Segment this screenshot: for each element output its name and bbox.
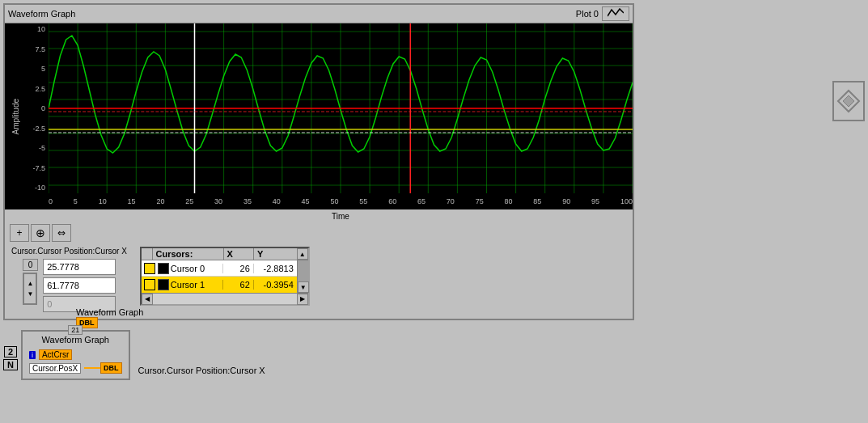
graph-title: Waveform Graph: [8, 9, 75, 19]
cursor-pos-label-bottom: Cursor.Cursor Position:Cursor X: [138, 366, 265, 375]
block-diagram: 2 N 21 Waveform Graph i ActCrsr Cursor.P…: [3, 330, 265, 380]
x-axis-ticks: 0 5 10 15 20 25 30 35 40 45 50 55 60 65 …: [49, 195, 633, 208]
port-actcrsr-label: ActCrsr: [39, 349, 72, 360]
cursor-knob-area: 0 ▲ ▼: [23, 259, 39, 305]
ytick-n2.5: -2.5: [32, 125, 45, 133]
num-badge-area: 2 N: [3, 346, 18, 370]
cursor-row-1[interactable]: Cursor 1 62 -0.3954: [142, 277, 297, 293]
port-i-badge: i: [29, 351, 36, 359]
cursors-rows: Cursor 0 26 -2.8813 Cursor 1 62 -0.3954: [142, 260, 297, 293]
ytick-n5: -5: [39, 144, 45, 152]
col-header-cursors: Cursors:: [153, 248, 224, 260]
num-2-badge: 2: [4, 346, 17, 357]
cursor-1-color-box2: [158, 279, 169, 290]
cursor-value-boxes: [43, 259, 116, 312]
knob-control[interactable]: ▲ ▼: [23, 273, 37, 305]
y-axis-label: Amplitude: [11, 99, 20, 134]
port-cursorposx-label: Cursor.PosX: [29, 363, 81, 374]
cursors-table: Cursors: X Y ▲ Cursor 0 26 -2.8813: [140, 247, 310, 306]
knob-down-arrow: ▼: [27, 290, 33, 298]
cursor-0-color-box: [144, 263, 155, 274]
main-panel: Waveform Graph Plot 0 Amplitude 10 7.5 5…: [3, 3, 634, 320]
right-panel: [832, 81, 865, 121]
ytick-0: 0: [41, 104, 45, 112]
port-cursorposx-row: Cursor.PosX DBL: [29, 362, 122, 374]
hscroll-left-arrow[interactable]: ◀: [142, 294, 153, 305]
cursors-vscroll: ▼: [297, 260, 308, 293]
cursor-0-x: 26: [222, 264, 253, 273]
svg-marker-39: [843, 95, 854, 107]
hscroll-right-arrow[interactable]: ▶: [297, 294, 308, 305]
ytick-10: 10: [37, 25, 45, 33]
cursor-value-2[interactable]: [43, 277, 116, 294]
ytick-5: 5: [41, 65, 45, 73]
header-scroll-space: [142, 248, 153, 260]
cursor-position-label: Cursor.Cursor Position:Cursor X: [11, 247, 127, 256]
ytick-n7.5: -7.5: [32, 164, 45, 172]
col-header-x: X: [224, 248, 254, 260]
ytick-2.5: 2.5: [35, 85, 45, 93]
plot-button[interactable]: [602, 6, 629, 21]
scroll-down-arrow[interactable]: ▼: [298, 281, 309, 293]
ytick-7.5: 7.5: [35, 45, 45, 53]
toolbar: + ⊕ ⇔: [5, 219, 633, 243]
knob-up-arrow: ▲: [27, 280, 33, 287]
graph-titlebar: Waveform Graph Plot 0: [5, 5, 633, 23]
cursor-row-0[interactable]: Cursor 0 26 -2.8813: [142, 260, 297, 277]
cursor-0-y: -2.8813: [253, 264, 297, 273]
zoom-in-button[interactable]: +: [10, 224, 29, 242]
bottom-section: Waveform Graph DBL 2 N 21 Waveform Graph…: [3, 307, 265, 380]
cursor-1-color-box: [144, 279, 155, 290]
plot-label-text: Plot 0: [576, 9, 599, 19]
wire-line: [84, 367, 100, 369]
header-vscroll-space: ▲: [297, 248, 308, 260]
col-header-y: Y: [254, 248, 297, 260]
port-i-row: i ActCrsr: [29, 349, 122, 360]
cursor-pos-label-text: Cursor.Cursor Position:Cursor X: [138, 366, 265, 375]
scroll-thumb[interactable]: [298, 260, 308, 281]
cursor-0-color-box2: [158, 263, 169, 274]
num-n-badge: N: [3, 359, 18, 370]
cursor-1-x: 62: [222, 280, 253, 290]
zoom-button[interactable]: ⊕: [31, 224, 50, 242]
wf-label-box: Waveform Graph DBL: [76, 307, 265, 328]
wf-main-block: 21 Waveform Graph i ActCrsr Cursor.PosX …: [21, 330, 130, 380]
knob-value[interactable]: 0: [23, 259, 39, 271]
cursor-position-section: Cursor.Cursor Position:Cursor X 0 ▲ ▼: [11, 247, 127, 312]
cursors-hscroll: ◀ ▶: [142, 293, 308, 304]
graph-canvas[interactable]: [49, 23, 633, 193]
block-title: Waveform Graph: [29, 335, 122, 345]
ytick-n10: -10: [35, 184, 45, 192]
block-num-badge: 21: [68, 325, 83, 335]
cursor-value-1[interactable]: [43, 259, 116, 275]
cursors-rows-area: Cursor 0 26 -2.8813 Cursor 1 62 -0.3954: [142, 260, 308, 293]
block-ports: i ActCrsr Cursor.PosX DBL: [29, 349, 122, 374]
hscroll-track[interactable]: [153, 294, 297, 304]
graph-area: Amplitude 10 7.5 5 2.5 0 -2.5 -5 -7.5 -1…: [5, 23, 633, 209]
cursor-1-name: Cursor 1: [171, 280, 222, 290]
scroll-up-arrow[interactable]: ▲: [297, 248, 308, 260]
wf-label-text: Waveform Graph: [76, 307, 143, 317]
pan-button[interactable]: ⇔: [52, 224, 71, 242]
x-axis-label: Time: [49, 211, 633, 221]
cursor-1-y: -0.3954: [253, 280, 297, 290]
cursor-0-name: Cursor 0: [171, 264, 222, 273]
dbl-badge-2: DBL: [100, 362, 122, 374]
cursors-table-header: Cursors: X Y ▲: [142, 248, 308, 260]
plot-label: Plot 0: [576, 6, 629, 21]
wire-dbl-area: DBL: [84, 362, 122, 374]
